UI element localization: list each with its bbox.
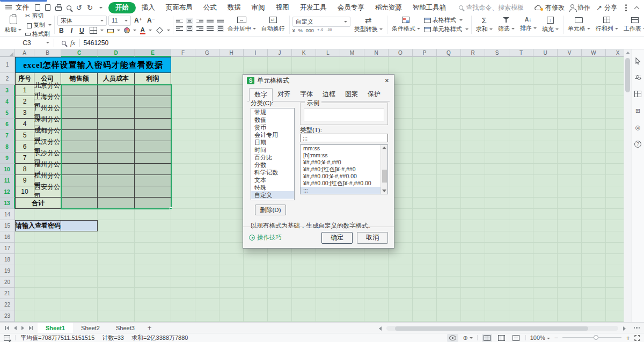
grid-cell[interactable] [34, 254, 61, 265]
grid-cell[interactable] [437, 73, 461, 85]
total-sales-cell[interactable] [61, 198, 98, 209]
grid-cell[interactable] [533, 164, 558, 175]
grid-cell[interactable] [558, 220, 582, 231]
row-header-18[interactable]: 18 [0, 254, 15, 265]
currency-button[interactable]: ¥ [292, 28, 295, 33]
column-header-K[interactable]: K [292, 49, 316, 57]
grid-cell[interactable] [195, 231, 219, 243]
grid-cell[interactable] [558, 198, 582, 209]
grid-cell[interactable] [98, 310, 135, 322]
grid-cell[interactable] [268, 288, 292, 299]
grid-cell[interactable] [34, 243, 61, 254]
column-header-U[interactable]: U [533, 49, 558, 57]
grid-cell[interactable] [461, 119, 485, 130]
serial-cell[interactable]: 2 [15, 96, 34, 107]
grid-cell[interactable] [340, 57, 364, 73]
grid-cell[interactable] [606, 243, 624, 254]
grid-cell[interactable] [437, 209, 461, 220]
grid-cell[interactable] [195, 254, 219, 265]
grid-cell[interactable] [219, 299, 244, 310]
column-header-X[interactable]: X [606, 49, 624, 57]
grid-cell[interactable] [606, 73, 624, 85]
grid-cell[interactable] [340, 265, 364, 276]
profit-cell[interactable] [135, 141, 171, 152]
grid-cell[interactable] [292, 254, 316, 265]
print-preview-icon[interactable] [67, 5, 71, 10]
grid-cell[interactable] [582, 310, 606, 322]
grid-cell[interactable] [171, 164, 195, 175]
grid-cell[interactable] [316, 299, 340, 310]
grid-cell[interactable] [485, 186, 509, 198]
column-header-W[interactable]: W [582, 49, 606, 57]
fill-color-button[interactable] [107, 28, 120, 33]
grid-cell[interactable] [316, 254, 340, 265]
category-item-2[interactable]: 货币 [251, 123, 294, 131]
grid-cell[interactable] [219, 164, 244, 175]
grid-cell[interactable] [171, 243, 195, 254]
grid-cell[interactable] [509, 119, 533, 130]
grid-cell[interactable] [316, 276, 340, 288]
grid-cell[interactable] [15, 288, 34, 299]
column-header-R[interactable]: R [461, 49, 485, 57]
sales-cell[interactable] [61, 130, 98, 141]
grid-cell[interactable] [219, 276, 244, 288]
grid-cell[interactable] [195, 119, 219, 130]
column-header-H[interactable]: H [219, 49, 244, 57]
grid-cell[interactable] [15, 310, 34, 322]
row-header-23[interactable]: 23 [0, 310, 15, 322]
grid-cell[interactable] [413, 152, 437, 164]
grid-cell[interactable] [437, 231, 461, 243]
grid-cell[interactable] [582, 243, 606, 254]
grid-cell[interactable] [135, 299, 171, 310]
grid-cell[interactable] [485, 299, 509, 310]
new-document-icon[interactable] [35, 4, 40, 11]
grid-cell[interactable] [606, 175, 624, 186]
sort-dropdown-icon[interactable] [533, 27, 537, 29]
column-header-D[interactable]: D [98, 49, 135, 57]
grid-cell[interactable] [606, 276, 624, 288]
grid-cell[interactable] [389, 276, 413, 288]
grid-cell[interactable] [558, 107, 582, 119]
grid-cell[interactable] [582, 130, 606, 141]
grid-cell[interactable] [219, 57, 244, 73]
total-label-cell[interactable]: 合计 [15, 198, 61, 209]
grid-cell[interactable] [219, 152, 244, 164]
grid-cell[interactable] [171, 119, 195, 130]
column-header-P[interactable]: P [413, 49, 437, 57]
help-icon[interactable]: ? [634, 140, 642, 148]
grid-cell[interactable] [461, 164, 485, 175]
grid-cell[interactable] [606, 119, 624, 130]
cost-cell[interactable] [98, 119, 135, 130]
grid-cell[interactable] [195, 57, 219, 73]
sales-cell[interactable] [61, 141, 98, 152]
format-list-scrollbar[interactable] [380, 145, 387, 194]
grid-cell[interactable] [135, 310, 171, 322]
grid-cell[interactable] [171, 96, 195, 107]
grid-cell[interactable] [364, 254, 389, 265]
category-item-3[interactable]: 会计专用 [251, 131, 294, 139]
grid-cell[interactable] [558, 209, 582, 220]
grid-cell[interactable] [413, 119, 437, 130]
cut-button[interactable]: ✂剪切 [25, 12, 52, 20]
ribbon-tab-3[interactable]: 公式 [199, 2, 222, 13]
ribbon-tab-5[interactable]: 审阅 [247, 2, 270, 13]
grid-cell[interactable] [437, 85, 461, 96]
grid-cell[interactable] [582, 107, 606, 119]
grid-cell[interactable] [558, 152, 582, 164]
decrease-indent-icon[interactable] [207, 19, 214, 24]
profit-cell[interactable] [135, 85, 171, 96]
grid-cell[interactable] [171, 310, 195, 322]
grid-cell[interactable] [509, 198, 533, 209]
align-top-icon[interactable] [176, 19, 183, 24]
grid-cell[interactable] [461, 73, 485, 85]
grid-cell[interactable] [509, 107, 533, 119]
grid-cell[interactable] [413, 198, 437, 209]
sales-cell[interactable] [61, 85, 98, 96]
row-header-3[interactable]: 3 [0, 85, 15, 96]
grid-cell[interactable] [461, 220, 485, 231]
grid-cell[interactable] [558, 164, 582, 175]
name-box[interactable]: C3 [0, 37, 54, 49]
hamburger-menu-icon[interactable] [5, 5, 12, 10]
grid-cell[interactable] [533, 141, 558, 152]
pointer-icon[interactable] [634, 57, 642, 64]
